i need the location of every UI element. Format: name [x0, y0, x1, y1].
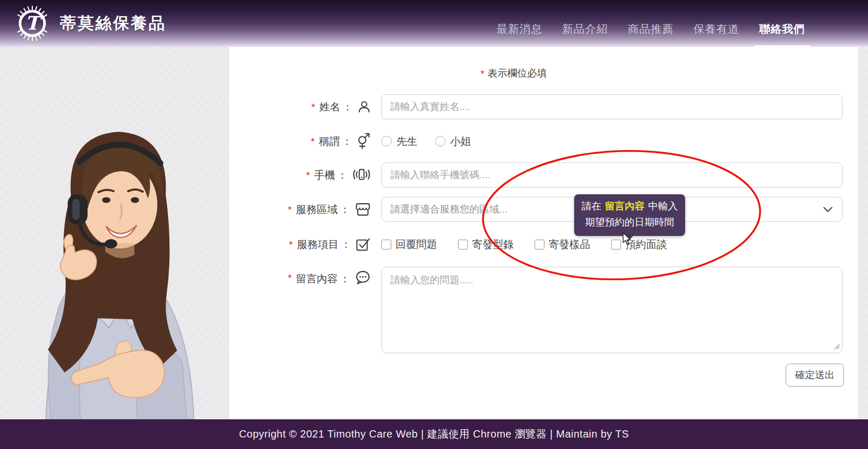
radio-mr[interactable]: 先生	[381, 134, 417, 148]
checked-box-icon	[356, 237, 371, 252]
left-column	[0, 47, 229, 419]
name-field-cell	[381, 94, 842, 119]
colon: ：	[337, 168, 348, 182]
message-label-text: 留言內容	[296, 272, 338, 286]
form-row-services: * 服務項目： 回覆問題 寄發型錄	[229, 232, 842, 257]
name-input[interactable]	[381, 94, 842, 119]
brand[interactable]: T 蒂莫絲保養品	[14, 5, 166, 42]
required-asterisk: *	[288, 204, 292, 216]
tooltip-line1: 請在留言內容中輸入	[581, 198, 678, 215]
checkbox-box[interactable]	[535, 240, 544, 250]
nav-item-recommended[interactable]: 商品推薦	[628, 22, 674, 36]
colon: ：	[340, 272, 350, 286]
form-row-phone: * 手機：	[229, 163, 842, 188]
vibrating-phone-icon	[352, 168, 371, 182]
checkbox-send-catalog[interactable]: 寄發型錄	[458, 238, 514, 252]
person-icon	[357, 100, 371, 114]
required-note: *表示欄位必填	[229, 67, 798, 80]
checkbox-box[interactable]	[611, 240, 621, 250]
required-asterisk: *	[311, 136, 315, 147]
colon: ：	[342, 100, 353, 114]
phone-label: * 手機：	[229, 168, 371, 182]
contact-form-section: *表示欄位必填 * 姓名： * 稱謂：	[229, 47, 858, 419]
services-label-text: 服務項目	[297, 238, 339, 252]
services-label: * 服務項目：	[229, 237, 371, 252]
tooltip-line2: 期望預約的日期時間	[581, 215, 678, 231]
tooltip-prefix: 請在	[581, 201, 601, 211]
form-row-title: * 稱謂： 先生	[229, 129, 842, 154]
checkbox-book-meeting[interactable]: 預約面談	[611, 238, 667, 252]
checkbox-label: 寄發型錄	[472, 238, 514, 252]
radio-circle[interactable]	[381, 136, 392, 146]
radio-mr-label: 先生	[396, 134, 417, 148]
required-asterisk: *	[288, 272, 292, 284]
nav-item-news[interactable]: 最新消息	[497, 22, 542, 36]
message-label: * 留言內容：	[229, 267, 371, 286]
region-select-value: 請選擇適合服務您的區域...	[390, 203, 507, 216]
tooltip-arrow	[623, 235, 634, 241]
radio-circle[interactable]	[435, 136, 445, 146]
site-header: T 蒂莫絲保養品 最新消息 新品介紹 商品推薦 保養有道 聯絡我們	[0, 0, 868, 47]
nav-item-new-products[interactable]: 新品介紹	[562, 22, 608, 36]
copyright-text: Copyright © 2021 Timothy Care Web | 建議使用…	[239, 427, 629, 441]
form-row-region: * 服務區域： 請選擇適合服務您的區域...	[229, 197, 842, 222]
form-row-name: * 姓名：	[229, 94, 842, 119]
phone-field-cell	[381, 163, 842, 188]
main-nav: 最新消息 新品介紹 商品推薦 保養有道 聯絡我們	[497, 22, 805, 36]
checkbox-reply-question[interactable]: 回覆問題	[381, 238, 437, 252]
required-asterisk: *	[480, 68, 484, 79]
message-textarea[interactable]	[381, 267, 842, 353]
form-row-message: * 留言內容：	[229, 267, 842, 353]
gender-icon	[357, 133, 371, 149]
title-label-text: 稱謂	[319, 134, 340, 148]
colon: ：	[340, 203, 350, 217]
footer: Copyright © 2021 Timothy Care Web | 建議使用…	[0, 419, 868, 449]
required-asterisk: *	[289, 239, 293, 251]
chevron-down-icon	[823, 207, 833, 213]
required-note-text: 表示欄位必填	[488, 68, 547, 79]
colon: ：	[342, 134, 352, 148]
name-label-text: 姓名	[319, 100, 340, 114]
services-field-cell: 回覆問題 寄發型錄 寄發樣品 預約面談	[381, 238, 842, 252]
required-asterisk: *	[306, 170, 310, 181]
brand-logo-icon[interactable]: T	[14, 5, 51, 42]
storefront-icon	[355, 202, 371, 217]
radio-ms-label: 小姐	[450, 134, 471, 148]
title-label: * 稱謂：	[229, 133, 371, 149]
checkbox-label: 回覆問題	[395, 238, 437, 252]
tooltip-suffix: 中輸入	[648, 201, 678, 211]
title-field-cell: 先生 小姐	[381, 134, 842, 148]
speech-bubble-icon	[355, 270, 371, 285]
checkbox-send-sample[interactable]: 寄發樣品	[535, 238, 590, 252]
submit-button[interactable]: 確定送出	[786, 364, 844, 386]
tooltip: 請在留言內容中輸入 期望預約的日期時間	[574, 194, 685, 236]
radio-ms[interactable]: 小姐	[435, 134, 471, 148]
customer-service-photo	[3, 118, 227, 419]
region-label: * 服務區域：	[229, 202, 371, 217]
phone-label-text: 手機	[314, 168, 335, 182]
checkbox-label: 寄發樣品	[549, 238, 590, 252]
phone-input[interactable]	[381, 163, 842, 188]
checkbox-box[interactable]	[381, 240, 391, 250]
checkbox-box[interactable]	[458, 240, 468, 250]
resize-handle-icon[interactable]	[834, 343, 840, 350]
required-asterisk: *	[312, 102, 315, 113]
brand-title: 蒂莫絲保養品	[60, 13, 166, 34]
page: T 蒂莫絲保養品 最新消息 新品介紹 商品推薦 保養有道 聯絡我們	[0, 0, 868, 449]
nav-item-contact-active[interactable]: 聯絡我們	[759, 22, 805, 36]
message-field-cell	[381, 267, 842, 353]
region-label-text: 服務區域	[296, 203, 338, 217]
tooltip-highlight: 留言內容	[605, 201, 644, 211]
colon: ：	[341, 238, 351, 252]
nav-item-care-tips[interactable]: 保養有道	[693, 22, 739, 36]
name-label: * 姓名：	[229, 100, 371, 114]
